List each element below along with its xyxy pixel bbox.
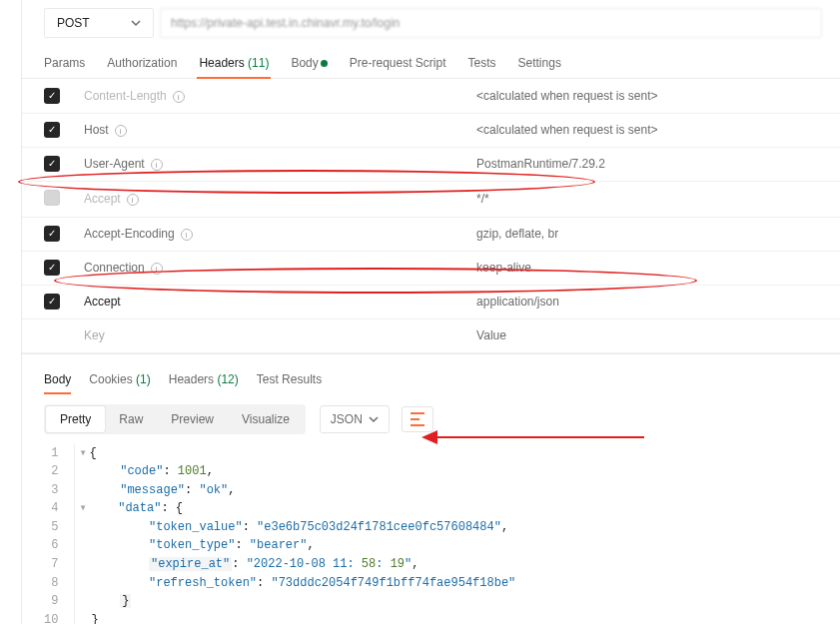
header-value[interactable]: PostmanRuntime/7.29.2 bbox=[464, 147, 840, 181]
tab-settings[interactable]: Settings bbox=[518, 52, 561, 78]
request-tabs: Params Authorization Headers (11) Body P… bbox=[22, 46, 840, 79]
header-value[interactable]: gzip, deflate, br bbox=[464, 217, 840, 251]
header-row: ✓Hosti<calculated when request is sent> bbox=[22, 113, 840, 147]
json-code[interactable]: ▾{ "code": 1001, "message": "ok",▾ "data… bbox=[75, 444, 515, 625]
response-tab-headers-count: (12) bbox=[217, 372, 238, 386]
lang-value: JSON bbox=[331, 412, 363, 426]
url-input[interactable]: https://private-api.test.in.chinavr.my.t… bbox=[160, 8, 822, 38]
view-preview[interactable]: Preview bbox=[157, 406, 228, 432]
header-checkbox[interactable]: ✓ bbox=[44, 294, 60, 310]
response-tab-cookies-count: (1) bbox=[136, 372, 151, 386]
info-icon: i bbox=[151, 263, 163, 275]
tab-headers-count: (11) bbox=[248, 56, 269, 70]
tab-params[interactable]: Params bbox=[44, 52, 85, 78]
view-pretty[interactable]: Pretty bbox=[46, 406, 105, 432]
header-key[interactable]: Accept-Encodingi bbox=[72, 217, 464, 251]
header-key[interactable]: User-Agenti bbox=[72, 147, 464, 181]
method-select[interactable]: POST bbox=[44, 8, 154, 38]
response-json-viewer: 12345678910 ▾{ "code": 1001, "message": … bbox=[22, 444, 840, 625]
tab-authorization[interactable]: Authorization bbox=[107, 52, 177, 78]
header-value[interactable]: keep-alive bbox=[464, 251, 840, 285]
response-tab-body[interactable]: Body bbox=[44, 368, 71, 394]
method-value: POST bbox=[57, 16, 90, 30]
header-checkbox[interactable] bbox=[44, 190, 60, 206]
response-tab-headers[interactable]: Headers (12) bbox=[169, 368, 239, 394]
fold-caret-icon[interactable]: ▾ bbox=[79, 499, 89, 518]
info-icon: i bbox=[181, 229, 193, 241]
header-row: Accepti*/* bbox=[22, 181, 840, 217]
lang-select[interactable]: JSON bbox=[320, 405, 390, 433]
header-key[interactable]: Accepti bbox=[72, 181, 464, 217]
fold-caret-icon[interactable]: ▾ bbox=[79, 444, 89, 463]
info-icon: i bbox=[127, 194, 139, 206]
tab-headers[interactable]: Headers (11) bbox=[199, 52, 269, 78]
info-icon: i bbox=[173, 91, 185, 103]
chevron-down-icon bbox=[369, 414, 379, 424]
header-checkbox[interactable]: ✓ bbox=[44, 122, 60, 138]
request-method-url-bar: POST https://private-api.test.in.chinavr… bbox=[22, 0, 840, 46]
info-icon: i bbox=[151, 159, 163, 171]
info-icon: i bbox=[115, 125, 127, 137]
response-tab-cookies-label: Cookies bbox=[89, 372, 132, 386]
headers-table: ✓Content-Lengthi<calculated when request… bbox=[22, 79, 840, 353]
header-checkbox[interactable]: ✓ bbox=[44, 156, 60, 172]
new-header-key-input[interactable]: Key bbox=[72, 318, 464, 352]
tab-tests[interactable]: Tests bbox=[468, 52, 496, 78]
tab-pre-request[interactable]: Pre-request Script bbox=[350, 52, 446, 78]
header-new-row: KeyValue bbox=[22, 318, 840, 352]
line-gutter: 12345678910 bbox=[44, 444, 75, 625]
response-tab-headers-label: Headers bbox=[169, 372, 214, 386]
header-key[interactable]: Accept bbox=[72, 285, 464, 318]
response-tab-cookies[interactable]: Cookies (1) bbox=[89, 368, 150, 394]
header-checkbox[interactable]: ✓ bbox=[44, 88, 60, 104]
wrap-icon bbox=[411, 412, 424, 426]
response-view-bar: Pretty Raw Preview Visualize JSON bbox=[22, 394, 840, 444]
header-row: ✓Connectionikeep-alive bbox=[22, 251, 840, 285]
header-row: ✓Acceptapplication/json bbox=[22, 285, 840, 318]
header-row: ✓User-AgentiPostmanRuntime/7.29.2 bbox=[22, 147, 840, 181]
header-value[interactable]: */* bbox=[464, 181, 840, 217]
response-tabs: Body Cookies (1) Headers (12) Test Resul… bbox=[22, 353, 840, 394]
window-left-gutter bbox=[0, 0, 22, 624]
header-value[interactable]: application/json bbox=[464, 285, 840, 318]
wrap-lines-button[interactable] bbox=[402, 406, 433, 432]
response-tab-test-results[interactable]: Test Results bbox=[257, 368, 322, 394]
tab-body-label: Body bbox=[291, 56, 318, 70]
header-row: ✓Accept-Encodingigzip, deflate, br bbox=[22, 217, 840, 251]
tab-body[interactable]: Body bbox=[291, 52, 327, 78]
header-value[interactable]: <calculated when request is sent> bbox=[464, 79, 840, 113]
header-checkbox[interactable]: ✓ bbox=[44, 260, 60, 276]
view-raw[interactable]: Raw bbox=[105, 406, 157, 432]
chevron-down-icon bbox=[131, 18, 141, 28]
header-value[interactable]: <calculated when request is sent> bbox=[464, 113, 840, 147]
header-checkbox[interactable]: ✓ bbox=[44, 226, 60, 242]
header-key[interactable]: Hosti bbox=[72, 113, 464, 147]
header-row: ✓Content-Lengthi<calculated when request… bbox=[22, 79, 840, 113]
new-header-value-input[interactable]: Value bbox=[464, 318, 840, 352]
tab-headers-label: Headers bbox=[199, 56, 244, 70]
body-dot-icon bbox=[321, 60, 328, 67]
header-key[interactable]: Content-Lengthi bbox=[72, 79, 464, 113]
view-mode-group: Pretty Raw Preview Visualize bbox=[44, 404, 306, 434]
header-key[interactable]: Connectioni bbox=[72, 251, 464, 285]
view-visualize[interactable]: Visualize bbox=[228, 406, 304, 432]
